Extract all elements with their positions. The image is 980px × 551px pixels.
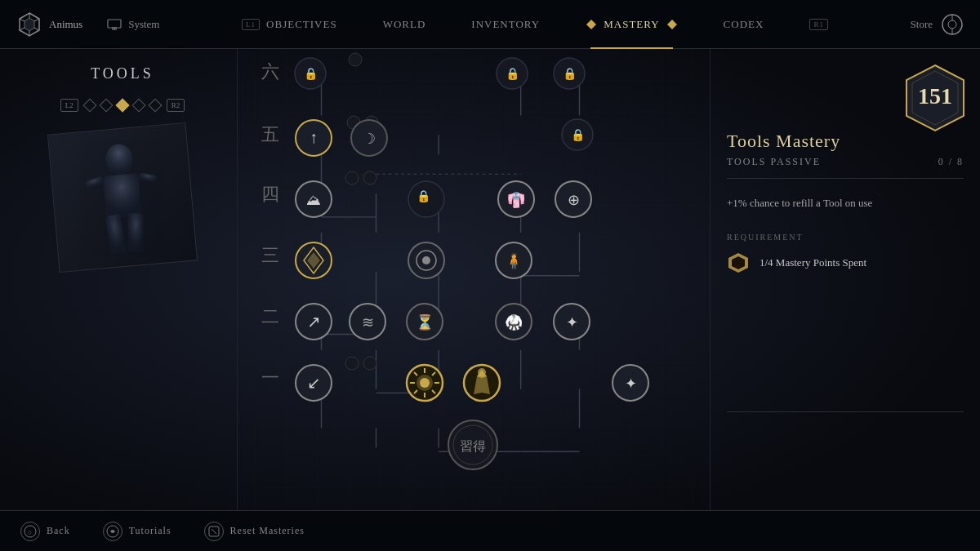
skill-node-3-1[interactable]	[292, 239, 335, 282]
skill-node-1-small-2[interactable]	[362, 355, 378, 371]
skill-node-3-3[interactable]: 🧍	[492, 239, 535, 282]
nav-right-group: Store	[911, 13, 964, 36]
requirement-section: REQUIREMENT 1/4 Mastery Points Spent	[727, 233, 964, 274]
svg-point-18	[104, 143, 134, 176]
skill-node-4-2[interactable]: 🔒	[405, 178, 448, 220]
skill-node-2-3[interactable]: ⏳	[403, 300, 446, 343]
svg-rect-8	[108, 20, 121, 28]
dot-3	[115, 99, 129, 113]
svg-marker-1	[24, 18, 34, 31]
skill-node-6-1[interactable]: 🔒	[292, 56, 328, 91]
tutorials-button[interactable]: Tutorials	[103, 522, 172, 541]
svg-text:⊕: ⊕	[568, 192, 580, 208]
skill-description: +1% chance to refill a Tool on use	[727, 195, 964, 212]
skill-tree: 六 五 四 三 二 一 🔒	[245, 49, 710, 510]
dot-5	[148, 99, 162, 113]
skill-node-1-1[interactable]: ↙	[292, 362, 335, 404]
nav-center-group: L1 Objectives World Inventory Mastery Co…	[159, 0, 910, 49]
skill-node-5-3[interactable]: 🔒	[559, 117, 595, 153]
skill-node-5-2[interactable]: ☽	[348, 117, 390, 159]
mastery-badge: 151	[902, 61, 964, 122]
level-6-label: 六	[261, 60, 279, 84]
svg-rect-19	[103, 173, 141, 218]
store-label[interactable]: Store	[911, 18, 933, 31]
svg-text:☽: ☽	[363, 131, 376, 147]
tutorials-label: Tutorials	[129, 525, 172, 537]
svg-text:≋: ≋	[362, 314, 374, 331]
svg-text:👘: 👘	[507, 191, 526, 209]
skill-node-1-small-1[interactable]	[344, 355, 360, 371]
svg-text:↗: ↗	[307, 313, 321, 331]
nav-world[interactable]: World	[360, 0, 449, 49]
skill-node-1-3-gold[interactable]	[461, 362, 503, 404]
svg-line-3	[34, 19, 39, 21]
skill-node-1-4[interactable]: ✦	[609, 362, 652, 404]
skill-node-6-2[interactable]: 🔒	[494, 56, 530, 91]
dot-4	[131, 99, 145, 113]
skill-node-4-1[interactable]: ⛰	[292, 178, 335, 220]
svg-marker-12	[586, 20, 596, 29]
panel-divider	[727, 411, 964, 412]
svg-rect-20	[84, 176, 104, 189]
nav-inventory[interactable]: Inventory	[448, 0, 563, 49]
dot-1	[82, 99, 96, 113]
level-2-label: 二	[261, 304, 279, 329]
req-text: 1/4 Mastery Points Spent	[760, 256, 866, 269]
key-r2: R2	[167, 99, 185, 112]
skill-node-2-4[interactable]: 🥋	[492, 300, 535, 343]
reset-label: Reset Masteries	[230, 525, 305, 537]
skill-progress: 0 / 8	[938, 156, 964, 168]
dot-2	[99, 99, 113, 113]
back-icon: ○	[20, 522, 40, 541]
nav-objectives[interactable]: L1 Objectives	[219, 0, 360, 49]
svg-line-4	[34, 28, 39, 30]
back-label: Back	[47, 525, 70, 537]
nav-codex[interactable]: Codex	[701, 0, 787, 49]
req-icon	[727, 251, 750, 274]
skill-node-4-small-2[interactable]	[362, 170, 378, 186]
svg-text:🔒: 🔒	[304, 67, 318, 81]
skill-nodes-container: 六 五 四 三 二 一 🔒	[245, 49, 710, 510]
skill-node-2-2[interactable]: ≋	[346, 300, 389, 343]
left-panel: TOOLS L2 R2	[0, 49, 245, 510]
skill-node-6-small-1[interactable]	[347, 51, 363, 68]
skill-node-1-2-gold[interactable]	[403, 362, 446, 404]
skill-node-4-3[interactable]: 👘	[495, 178, 537, 220]
svg-point-114	[478, 368, 486, 376]
svg-rect-23	[128, 213, 144, 251]
nav-codex-label: Codex	[724, 18, 764, 31]
skill-info-block: Tools Mastery Tools Passive 0 / 8 +1% ch…	[727, 131, 964, 274]
nav-inventory-label: Inventory	[471, 18, 540, 31]
skill-node-2-1[interactable]: ↗	[292, 300, 335, 343]
main-content: TOOLS L2 R2	[0, 49, 980, 510]
mastery-diamond-icon	[586, 19, 597, 30]
reset-icon	[204, 522, 224, 541]
svg-text:🔒: 🔒	[571, 128, 586, 142]
key-l2: L2	[60, 99, 78, 112]
mastery-badge-hex: 151	[902, 61, 968, 135]
tutorials-icon	[103, 522, 122, 541]
reset-button[interactable]: Reset Masteries	[204, 522, 305, 541]
skill-node-4-4[interactable]: ⊕	[552, 178, 595, 220]
mastery-count: 151	[918, 83, 952, 109]
nav-mastery-label: Mastery	[604, 18, 659, 31]
learn-button[interactable]: 習得	[444, 416, 501, 473]
skill-node-4-small-1[interactable]	[344, 170, 360, 186]
nav-mastery[interactable]: Mastery	[563, 0, 700, 49]
skill-node-3-2[interactable]	[405, 239, 448, 282]
system-nav[interactable]: System	[107, 18, 159, 31]
skill-node-6-3[interactable]: 🔒	[551, 56, 587, 91]
svg-point-104	[420, 378, 430, 388]
skill-node-2-5[interactable]: ✦	[550, 300, 593, 343]
nav-world-label: World	[383, 18, 426, 31]
svg-marker-13	[667, 20, 677, 29]
back-button[interactable]: ○ Back	[20, 522, 70, 541]
svg-point-79	[363, 171, 376, 184]
svg-text:✦: ✦	[625, 375, 637, 392]
skill-node-5-1[interactable]: ↑	[292, 117, 335, 159]
svg-point-78	[345, 171, 359, 184]
left-separator	[237, 49, 238, 510]
panel-title: TOOLS	[91, 65, 154, 82]
svg-text:○: ○	[28, 528, 33, 536]
svg-line-6	[20, 28, 24, 30]
